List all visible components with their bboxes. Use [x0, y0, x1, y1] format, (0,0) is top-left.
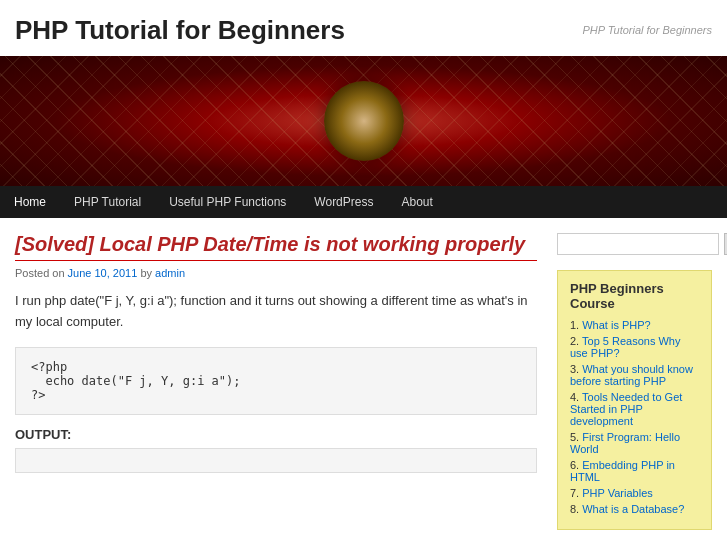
site-tagline: PHP Tutorial for Beginners — [582, 24, 712, 36]
post-divider — [15, 260, 537, 261]
by-label: by — [137, 267, 155, 279]
list-item: 4. Tools Needed to Get Started in PHP de… — [570, 391, 699, 427]
output-label: OUTPUT: — [15, 427, 537, 442]
nav-item-about[interactable]: About — [387, 186, 446, 218]
list-item: 3. What you should know before starting … — [570, 363, 699, 387]
course-link-3[interactable]: What you should know before starting PHP — [570, 363, 693, 387]
post-article: [Solved] Local PHP Date/Time is not work… — [15, 233, 537, 473]
list-item: 8. What is a Database? — [570, 503, 699, 515]
course-widget-title: PHP Beginners Course — [570, 281, 699, 311]
nav-link-home[interactable]: Home — [0, 186, 60, 218]
course-widget: PHP Beginners Course 1. What is PHP? 2. … — [557, 270, 712, 530]
list-item: 1. What is PHP? — [570, 319, 699, 331]
post-title-link[interactable]: [Solved] Local PHP Date/Time is not work… — [15, 233, 525, 255]
post-meta: Posted on June 10, 2011 by admin — [15, 267, 537, 279]
course-link-8[interactable]: What is a Database? — [582, 503, 684, 515]
course-link-2[interactable]: Top 5 Reasons Why use PHP? — [570, 335, 680, 359]
course-link-1[interactable]: What is PHP? — [582, 319, 650, 331]
nav-link-useful-functions[interactable]: Useful PHP Functions — [155, 186, 300, 218]
banner-circle — [324, 81, 404, 161]
list-item: 2. Top 5 Reasons Why use PHP? — [570, 335, 699, 359]
list-item: 6. Embedding PHP in HTML — [570, 459, 699, 483]
list-item: 7. PHP Variables — [570, 487, 699, 499]
code-content: <?php echo date("F j, Y, g:i a"); ?> — [31, 360, 521, 402]
course-link-5[interactable]: First Program: Hello World — [570, 431, 680, 455]
nav-item-wordpress[interactable]: WordPress — [300, 186, 387, 218]
sidebar: Search PHP Beginners Course 1. What is P… — [557, 233, 712, 545]
nav-item-php-tutorial[interactable]: PHP Tutorial — [60, 186, 155, 218]
post-date-link[interactable]: June 10, 2011 — [68, 267, 138, 279]
output-block — [15, 448, 537, 473]
course-link-7[interactable]: PHP Variables — [582, 487, 653, 499]
search-widget: Search — [557, 233, 712, 255]
nav-link-about[interactable]: About — [387, 186, 446, 218]
course-list: 1. What is PHP? 2. Top 5 Reasons Why use… — [570, 319, 699, 515]
nav-link-wordpress[interactable]: WordPress — [300, 186, 387, 218]
code-block: <?php echo date("F j, Y, g:i a"); ?> — [15, 347, 537, 415]
banner-image — [0, 56, 727, 186]
posted-on-label: Posted on — [15, 267, 68, 279]
nav-item-home[interactable]: Home — [0, 186, 60, 218]
course-link-4[interactable]: Tools Needed to Get Started in PHP devel… — [570, 391, 682, 427]
post-excerpt: I run php date("F j, Y, g:i a"); functio… — [15, 291, 537, 333]
post-title: [Solved] Local PHP Date/Time is not work… — [15, 233, 537, 256]
main-nav: Home PHP Tutorial Useful PHP Functions W… — [0, 186, 727, 218]
search-input[interactable] — [557, 233, 719, 255]
banner-pattern — [0, 56, 727, 186]
course-link-6[interactable]: Embedding PHP in HTML — [570, 459, 675, 483]
post-author-link[interactable]: admin — [155, 267, 185, 279]
nav-link-php-tutorial[interactable]: PHP Tutorial — [60, 186, 155, 218]
list-item: 5. First Program: Hello World — [570, 431, 699, 455]
main-content: [Solved] Local PHP Date/Time is not work… — [15, 233, 537, 545]
nav-item-useful-functions[interactable]: Useful PHP Functions — [155, 186, 300, 218]
